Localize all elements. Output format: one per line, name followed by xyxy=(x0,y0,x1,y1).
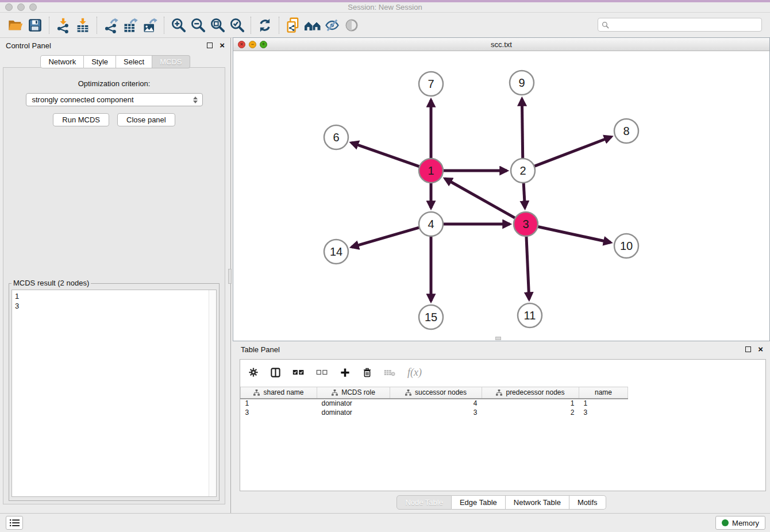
cell-predecessor-nodes[interactable]: 1 xyxy=(482,399,579,408)
graph-node-11[interactable]: 11 xyxy=(518,303,542,327)
graph-node-3[interactable]: 3 xyxy=(514,212,538,236)
home-button[interactable] xyxy=(303,16,322,35)
tab-network-table[interactable]: Network Table xyxy=(506,495,569,510)
open-session-button[interactable] xyxy=(6,16,25,35)
show-panel-button[interactable] xyxy=(342,16,361,35)
trash-button[interactable] xyxy=(362,367,372,378)
column-header-successor-nodes[interactable]: successor nodes xyxy=(390,387,482,399)
table-row[interactable]: 1 dominator 4 1 1 xyxy=(241,399,628,408)
cell-mcds-role[interactable]: dominator xyxy=(317,408,390,417)
mcds-result-group: MCDS result (2 nodes) 1 3 xyxy=(9,283,220,501)
panel-splitter-handle[interactable] xyxy=(228,269,232,284)
column-type-icon xyxy=(405,390,411,396)
show-panel-icon xyxy=(344,18,359,33)
gear-button[interactable] xyxy=(248,367,259,377)
tab-node-table[interactable]: Node Table xyxy=(396,495,452,510)
window-title: Session: New Session xyxy=(0,3,770,11)
network-window-titlebar[interactable]: × − + scc.txt xyxy=(233,38,769,51)
export-image-button[interactable] xyxy=(140,16,160,35)
graph-edge-3-11[interactable] xyxy=(526,235,529,299)
save-session-button[interactable] xyxy=(25,16,45,35)
cell-successor-nodes[interactable]: 3 xyxy=(390,408,482,417)
graph-edge-2-8[interactable] xyxy=(533,137,611,167)
cell-name[interactable]: 1 xyxy=(579,399,628,408)
table-panel-title: Table Panel xyxy=(241,345,280,354)
run-mcds-button[interactable]: Run MCDS xyxy=(53,113,109,126)
cell-shared-name[interactable]: 1 xyxy=(241,399,317,408)
mcds-result-box[interactable]: 1 3 xyxy=(11,290,217,497)
zoom-out-button[interactable] xyxy=(188,16,207,35)
export-table-icon xyxy=(122,17,138,33)
hide-panel-button[interactable] xyxy=(322,16,342,35)
graph-node-2[interactable]: 2 xyxy=(511,159,535,183)
import-table-button[interactable] xyxy=(73,16,93,35)
window-titlebar: Session: New Session xyxy=(0,0,770,13)
tab-motifs[interactable]: Motifs xyxy=(569,495,606,510)
cell-mcds-role[interactable]: dominator xyxy=(317,399,390,408)
search-input[interactable] xyxy=(612,21,758,29)
graph-node-8[interactable]: 8 xyxy=(614,119,638,143)
duplicate-network-button[interactable] xyxy=(283,16,303,35)
graph-edge-4-14[interactable] xyxy=(352,227,421,247)
column-header-name[interactable]: name xyxy=(579,387,628,399)
cell-successor-nodes[interactable]: 4 xyxy=(390,399,482,408)
delete-table-button[interactable] xyxy=(384,368,396,377)
graph-node-1[interactable]: 1 xyxy=(419,159,443,183)
graph-edge-3-1[interactable] xyxy=(445,179,516,219)
graph-edge-1-6[interactable] xyxy=(351,142,421,167)
network-canvas[interactable]: 7968124314101511 xyxy=(233,51,769,341)
graph-node-4[interactable]: 4 xyxy=(419,212,443,236)
column-type-icon xyxy=(496,390,502,396)
add-button[interactable] xyxy=(340,367,351,378)
float-panel-icon[interactable] xyxy=(207,43,213,48)
import-network-button[interactable] xyxy=(53,16,73,35)
canvas-scroll-handle[interactable] xyxy=(495,337,501,340)
graph-edge-2-3[interactable] xyxy=(523,182,525,208)
search-field[interactable] xyxy=(598,18,762,32)
graph-node-10[interactable]: 10 xyxy=(614,234,638,258)
refresh-button[interactable] xyxy=(255,16,275,35)
optimization-criterion-select[interactable]: strongly connected component xyxy=(26,93,203,106)
column-header-shared-name[interactable]: shared name xyxy=(241,387,317,399)
columns-button[interactable] xyxy=(270,367,281,378)
memory-button[interactable]: Memory xyxy=(715,516,765,530)
deselect-all-button[interactable] xyxy=(316,368,328,377)
graph-node-6[interactable]: 6 xyxy=(324,125,348,149)
graph-node-14[interactable]: 14 xyxy=(324,240,348,264)
graph-node-9[interactable]: 9 xyxy=(510,71,534,95)
float-table-panel-icon[interactable] xyxy=(745,346,751,352)
column-header-predecessor-nodes[interactable]: predecessor nodes xyxy=(482,387,579,399)
cell-name[interactable]: 3 xyxy=(579,408,628,417)
tab-mcds[interactable]: MCDS xyxy=(152,55,190,68)
zoom-selected-button[interactable] xyxy=(227,16,247,35)
close-panel-icon[interactable]: × xyxy=(220,43,225,48)
tab-edge-table[interactable]: Edge Table xyxy=(452,495,506,510)
toolbar-separator xyxy=(97,17,97,34)
close-panel-button[interactable]: Close panel xyxy=(117,113,175,126)
select-all-button[interactable] xyxy=(292,368,305,377)
toolbar-separator xyxy=(164,17,164,34)
graph-edge-2-9[interactable] xyxy=(522,99,522,160)
tab-style[interactable]: Style xyxy=(84,55,116,68)
refresh-icon xyxy=(257,18,272,33)
zoom-in-button[interactable] xyxy=(168,16,188,35)
export-network-button[interactable] xyxy=(101,16,121,35)
graph-edge-3-10[interactable] xyxy=(537,226,611,242)
mcds-result-scrollbar[interactable] xyxy=(209,290,216,496)
gear-icon xyxy=(248,367,259,377)
graph-node-15[interactable]: 15 xyxy=(419,305,443,329)
cell-shared-name[interactable]: 3 xyxy=(241,408,317,417)
tab-select[interactable]: Select xyxy=(116,55,152,68)
tab-network[interactable]: Network xyxy=(40,55,84,68)
column-header-mcds-role[interactable]: MCDS role xyxy=(317,387,390,399)
close-table-panel-icon[interactable]: × xyxy=(758,346,763,352)
export-image-icon xyxy=(142,17,158,33)
cell-predecessor-nodes[interactable]: 2 xyxy=(482,408,579,417)
table-row[interactable]: 3 dominator 3 2 3 xyxy=(241,408,628,417)
task-history-button[interactable] xyxy=(6,516,23,530)
function-builder-button[interactable]: f(x) xyxy=(407,367,422,379)
graph-node-7[interactable]: 7 xyxy=(419,72,443,96)
export-table-button[interactable] xyxy=(121,16,140,35)
zoom-fit-button[interactable] xyxy=(207,16,227,35)
delete-table-icon xyxy=(384,368,396,377)
